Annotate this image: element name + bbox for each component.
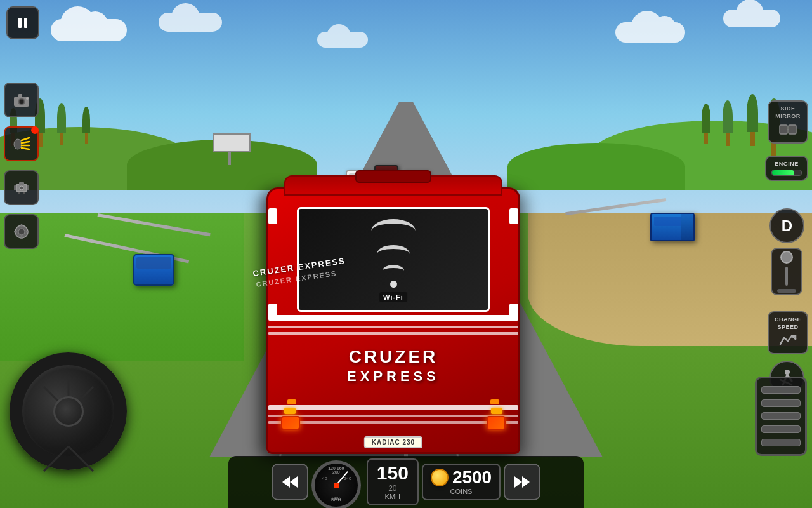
gear-value: D [782, 217, 792, 235]
engine-bar [771, 170, 802, 176]
bus-strip-2 [268, 326, 518, 328]
svg-rect-26 [789, 125, 796, 134]
speed-unit-label: KMH [377, 493, 409, 500]
wifi-arc-1 [371, 219, 416, 243]
svg-point-6 [26, 97, 29, 100]
blue-bus [133, 254, 174, 286]
light-small-right [491, 408, 502, 414]
spoke-bottom-right [67, 445, 93, 471]
side-mirror-label: SIDEMIRROR [773, 105, 803, 120]
brake-bar-5 [761, 439, 801, 446]
svg-point-18 [20, 186, 23, 190]
bus-strip-1 [268, 315, 518, 321]
engine-control[interactable]: ENGINE [765, 156, 808, 181]
lights-button[interactable] [4, 126, 39, 161]
wifi-arc-2 [377, 245, 410, 263]
bus-text-express: EXPRESS [347, 368, 440, 385]
bus-strip-4 [268, 405, 518, 410]
svg-rect-16 [18, 192, 20, 194]
coins-display: 2500 COINS [422, 464, 501, 500]
camera-icon [13, 91, 30, 109]
left-panel [4, 83, 39, 249]
svg-rect-24 [26, 231, 29, 232]
side-mirror-icon [778, 122, 797, 136]
camera-button[interactable] [4, 83, 39, 117]
reflector-mid-left [268, 304, 277, 319]
svg-marker-34 [514, 476, 522, 488]
taillight-right [487, 416, 506, 430]
light-small-left-2 [287, 399, 296, 404]
needle-center [334, 483, 339, 488]
svg-point-7 [14, 139, 22, 149]
lights-icon [13, 135, 30, 153]
side-mirror-control[interactable]: SIDEMIRROR [768, 100, 808, 144]
svg-rect-5 [18, 94, 22, 97]
svg-rect-23 [14, 231, 17, 232]
game-container: Wi-Fi CRUZER EXPRESS CRUZER EXPRESS CRUZ… [0, 0, 812, 508]
main-bus: Wi-Fi CRUZER EXPRESS CRUZER EXPRESS CRUZ… [266, 181, 520, 454]
speed-secondary: 20 [377, 484, 409, 493]
svg-point-20 [18, 229, 25, 235]
speed-display: 150 20 KMH [367, 458, 419, 505]
cloud-2 [159, 13, 222, 32]
brake-bar-1 [761, 386, 801, 394]
svg-rect-25 [780, 125, 787, 134]
steering-wheel[interactable] [10, 352, 127, 470]
reflector-mid-right [509, 304, 518, 319]
svg-marker-33 [290, 476, 298, 488]
blue-truck [650, 213, 695, 241]
right-arrow-icon [513, 475, 531, 489]
pause-icon [16, 16, 30, 30]
gear-knob [780, 251, 793, 264]
wrench-button[interactable] [4, 214, 39, 249]
wrench-icon [13, 223, 30, 241]
left-arrow-button[interactable] [272, 464, 308, 500]
svg-rect-21 [20, 224, 22, 227]
kmh-small: KMH [331, 497, 341, 502]
spoke-bottom-left [43, 445, 69, 471]
bus-strip-5 [268, 415, 518, 417]
change-speed-label: CHANGESPEED [773, 316, 803, 331]
cloud-4 [615, 22, 685, 43]
steering-outer-ring [10, 352, 127, 470]
steering-center-hub [53, 396, 84, 427]
engine-fill [772, 170, 794, 175]
bus-strip-3 [268, 332, 518, 335]
svg-rect-22 [20, 236, 22, 239]
bus-body: Wi-Fi CRUZER EXPRESS CRUZER EXPRESS CRUZ… [266, 187, 520, 454]
engine-button[interactable] [4, 170, 39, 205]
reflector-top-right [509, 208, 518, 224]
cloud-1 [51, 19, 127, 41]
speedo-circle: 120 160 200 40 240 280 KMH [311, 460, 361, 508]
bus-strip-6 [268, 421, 518, 424]
svg-rect-15 [27, 185, 29, 190]
speedometer-dial: 120 160 200 40 240 280 KMH [311, 460, 363, 504]
engine-ctrl-label: ENGINE [771, 161, 802, 167]
svg-rect-14 [14, 185, 16, 190]
bus-roof [284, 175, 502, 196]
brake-bar-2 [761, 399, 801, 407]
pause-button[interactable] [6, 6, 39, 39]
engine-icon [13, 179, 30, 197]
light-small-left [284, 408, 296, 414]
svg-marker-32 [282, 476, 290, 488]
svg-point-4 [20, 100, 23, 104]
gear-base [777, 289, 796, 293]
gear-shifter [771, 248, 802, 295]
coin-icon [431, 469, 449, 486]
svg-marker-35 [522, 476, 530, 488]
svg-line-8 [22, 138, 29, 140]
left-arrow-icon [281, 475, 299, 489]
svg-rect-1 [24, 18, 27, 28]
brake-control[interactable] [755, 377, 807, 456]
brake-bar-4 [761, 425, 801, 433]
change-speed-control[interactable]: CHANGESPEED [768, 311, 808, 354]
bus-text-cruzer: CRUZER [349, 347, 438, 367]
wifi-dot [390, 281, 397, 288]
gear-indicator: D [769, 208, 804, 243]
speed-icon [779, 333, 797, 347]
coins-value: 2500 [452, 469, 492, 486]
brake-bar-3 [761, 412, 801, 420]
right-arrow-button[interactable] [504, 464, 540, 500]
svg-line-9 [22, 142, 29, 143]
